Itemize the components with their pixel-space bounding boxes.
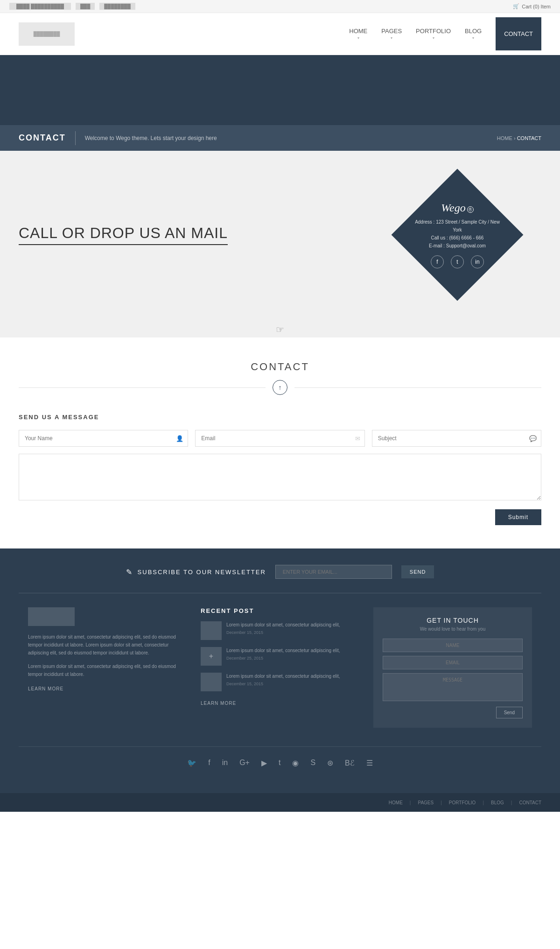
get-in-touch-box: GET IN TOUCH We would love to hear from … [373,607,532,728]
bottom-sep-3: | [483,800,484,805]
diamond-social-icons: f t in [431,255,484,268]
behance-icon[interactable]: Bℰ [345,759,355,767]
hero-banner [0,55,560,125]
newsletter-input[interactable] [275,565,392,579]
nav-portfolio[interactable]: PORTFOLIO ▾ [416,28,451,40]
linkedin-social-icon[interactable]: in [222,759,228,767]
chat-icon: 💬 [529,435,537,442]
bottom-footer-links: HOME | PAGES | PORTFOLIO | BLOG | CONTAC… [389,800,541,805]
post-thumb-2: + [201,647,222,666]
contact-section: CONTACT ↑ SEND US A MESSAGE 👤 ✉ 💬 [0,337,560,548]
git-name-input[interactable] [383,639,523,652]
brand-icon: ® [467,206,474,213]
bottom-footer: HOME | PAGES | PORTFOLIO | BLOG | CONTAC… [0,793,560,812]
nav-pages[interactable]: PAGES ▾ [381,28,402,40]
newsletter-divider [19,593,541,593]
email-input[interactable] [195,430,364,447]
post-text-3: Lorem ipsum dolor sit amet, consectetur … [226,673,340,680]
bottom-nav-home[interactable]: HOME [389,800,403,805]
message-field-wrapper [19,454,541,502]
post-item-2: + Lorem ipsum dolor sit amet, consectetu… [201,647,359,666]
breadcrumb-left: CONTACT Welcome to Wego theme. Lets star… [19,131,217,145]
git-email-input[interactable] [383,656,523,669]
bottom-sep-1: | [410,800,411,805]
facebook-icon[interactable]: f [431,255,444,268]
divider-line-left [19,387,266,388]
diamond-card: Wego ® Address : 123 Street / Sample Cit… [401,179,513,291]
person-icon: 👤 [176,435,183,442]
submit-button[interactable]: Submit [495,509,541,525]
footer-git-col: GET IN TOUCH We would love to hear from … [373,607,532,728]
form-row-2 [19,454,541,502]
post-content-1: Lorem ipsum dolor sit amet, consectetur … [226,621,340,635]
cart-text: Cart (0) Item [522,4,551,9]
nav-home[interactable]: HOME ▾ [349,28,367,40]
stack-icon[interactable]: ☰ [366,759,373,767]
bottom-nav-blog[interactable]: BLOG [491,800,504,805]
footer-recent-post-col: RECENT POST Lorem ipsum dolor sit amet, … [201,607,359,728]
address-line: Address : 123 Street / Sample City / New… [411,218,504,234]
message-textarea[interactable] [19,454,541,500]
email-icon: ✉ [355,435,360,442]
call-text-area: CALL OR DROP US AN MAIL [19,225,228,245]
social-bar: 🐦 f in G+ ▶ t ◉ S ⊛ Bℰ ☰ [19,746,541,777]
form-title: SEND US A MESSAGE [19,414,541,421]
newsletter-icon: ✎ [126,568,133,576]
facebook-social-icon[interactable]: f [208,759,210,767]
google-plus-icon[interactable]: G+ [239,759,250,767]
bottom-nav-pages[interactable]: PAGES [418,800,434,805]
cart-area[interactable]: 🛒 Cart (0) Item [513,3,551,9]
section-divider: ↑ [19,380,541,395]
git-send-button[interactable]: Send [496,707,523,718]
git-subtitle: We would love to hear from you [383,626,523,632]
twitter-icon[interactable]: t [451,255,464,268]
name-input[interactable] [19,430,188,447]
divider-icon: ↑ [273,380,287,395]
skype-icon[interactable]: S [310,759,315,767]
footer-learn-more-1[interactable]: LEARN MORE [28,686,63,691]
top-bar-item[interactable]: ████ ██████████ [9,3,71,10]
rss-icon[interactable]: ◉ [292,759,299,767]
breadcrumb-home[interactable]: HOME [497,135,512,141]
footer-logo [28,607,75,626]
post-content-3: Lorem ipsum dolor sit amet, consectetur … [226,673,340,686]
top-bar-item[interactable]: ████████ [99,3,135,10]
bottom-nav-portfolio[interactable]: PORTFOLIO [449,800,476,805]
diamond-content: Wego ® Address : 123 Street / Sample Cit… [401,179,513,291]
subject-input[interactable] [372,430,541,447]
logo[interactable]: ████████ [19,22,75,46]
email-line: E-mail : Support@oval.com [411,242,504,250]
contact-form: 👤 ✉ 💬 Submit [19,430,541,525]
git-send-row: Send [383,707,523,718]
top-bar-item[interactable]: ███ [76,3,95,10]
breadcrumb-current: CONTACT [517,135,541,141]
bottom-nav-contact[interactable]: CONTACT [519,800,541,805]
footer-learn-more-2[interactable]: LEARN MORE [201,701,236,706]
call-text: CALL OR DROP US AN MAIL [19,225,228,245]
git-message-textarea[interactable] [383,673,523,701]
dribbble-icon[interactable]: ⊛ [327,759,333,767]
footer-about-text-2: Lorem ipsum dolor sit amet, consectetur … [28,662,187,678]
linkedin-icon[interactable]: in [471,255,484,268]
chevron-down-icon: ▾ [357,36,359,40]
post-text-2: Lorem ipsum dolor sit amet, consectetur … [226,647,340,654]
twitter-social-icon[interactable]: 🐦 [187,759,196,767]
youtube-icon[interactable]: ▶ [261,759,267,767]
tumblr-icon[interactable]: t [279,759,280,767]
newsletter-send-button[interactable]: SEND [401,565,434,578]
brand-name-area: Wego ® [441,202,473,218]
post-text-1: Lorem ipsum dolor sit amet, consectetur … [226,621,340,629]
brand-name: Wego [441,202,465,214]
contact-address: Address : 123 Street / Sample City / New… [411,218,504,250]
name-field-wrapper: 👤 [19,430,188,447]
footer-columns: Lorem ipsum dolor sit amet, consectetur … [19,607,541,742]
git-title: GET IN TOUCH [383,617,523,624]
nav-contact[interactable]: CONTACT [496,17,541,50]
header: ████████ HOME ▾ PAGES ▾ PORTFOLIO ▾ BLOG… [0,13,560,55]
breadcrumb-separator [75,131,76,145]
breadcrumb-subtitle: Welcome to Wego theme. Lets start your d… [85,135,217,141]
main-nav: HOME ▾ PAGES ▾ PORTFOLIO ▾ BLOG ▾ CONTAC… [349,17,541,50]
bottom-sep-4: | [511,800,512,805]
breadcrumb-right: HOME › CONTACT [497,135,541,141]
nav-blog[interactable]: BLOG ▾ [465,28,482,40]
